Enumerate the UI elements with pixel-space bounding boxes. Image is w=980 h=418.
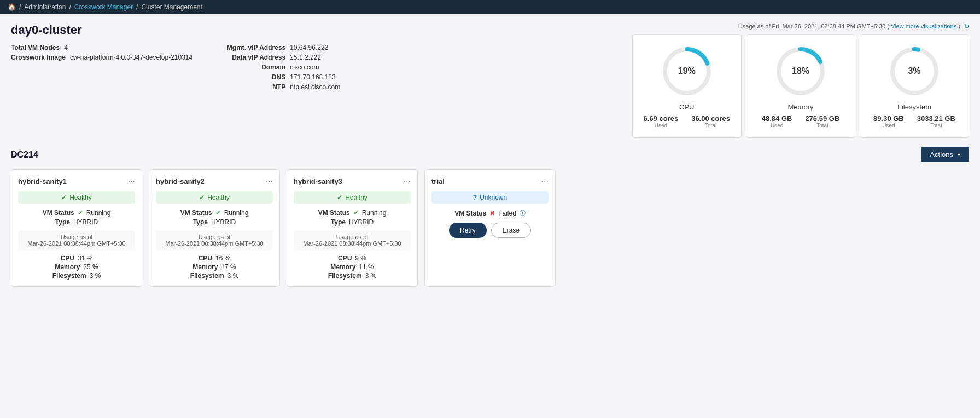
usage-date-1: Mar-26-2021 08:38:44pm GMT+5:30 (161, 240, 267, 247)
data-vip-row: Data vIP Address 25.1.2.222 (214, 54, 340, 61)
filesystem-gauge-card: 3% Filesystem 89.30 GB Used 3033.21 GB T… (860, 34, 969, 138)
node-card-header-3: trial ··· (431, 176, 549, 186)
cpu-metric-value-1: 16 % (215, 254, 230, 262)
node-card-1: hybrid-sanity2 ··· ✔ Healthy VM Status ✔… (149, 169, 280, 287)
type-label-0: Type (55, 218, 70, 226)
node-card-header-1: hybrid-sanity2 ··· (156, 176, 273, 186)
breadcrumb-cluster: Cluster Management (141, 3, 202, 11)
dns-value: 171.70.168.183 (290, 73, 335, 81)
memory-metric-label-0: Memory (55, 263, 80, 271)
filesystem-donut: 3% (887, 44, 942, 98)
memory-total-block: 276.59 GB Total (805, 114, 839, 129)
node-card-header-2: hybrid-sanity3 ··· (294, 176, 411, 186)
check-icon-2: ✔ (337, 194, 342, 201)
usage-block-0: Usage as of Mar-26-2021 08:38:44pm GMT+5… (18, 230, 135, 250)
crosswork-image-label: Crosswork Image (11, 54, 66, 61)
cpu-total-block: 36.00 cores Total (691, 114, 730, 129)
memory-metric-value-2: 11 % (359, 263, 374, 271)
header-section: day0-cluster Total VM Nodes 4 Crosswork … (11, 23, 969, 138)
breadcrumb-sep1: / (19, 3, 21, 11)
filesystem-used-value: 89.30 GB (873, 114, 904, 123)
info-circle-3[interactable]: ⓘ (520, 209, 526, 217)
dns-row: DNS 171.70.168.183 (214, 73, 340, 81)
actions-label: Actions (930, 150, 953, 159)
filesystem-metric-value-2: 3 % (365, 272, 377, 280)
memory-used-value: 48.84 GB (762, 114, 792, 123)
refresh-icon[interactable]: ↻ (964, 23, 969, 30)
node-menu-0[interactable]: ··· (128, 176, 135, 186)
retry-button-3[interactable]: Retry (449, 223, 487, 238)
mgmt-vip-label: Mgmt. vIP Address (214, 44, 285, 51)
node-name-1: hybrid-sanity2 (156, 177, 205, 185)
cpu-percent: 19% (678, 66, 696, 76)
vm-status-value-2: Running (362, 209, 387, 217)
ntp-label: NTP (214, 83, 285, 91)
cpu-metric-value-0: 31 % (78, 254, 92, 262)
node-buttons-3: Retry Erase (431, 223, 549, 238)
view-more-link[interactable]: View more visualizations (891, 23, 956, 30)
cpu-metric-2: CPU 9 % (294, 254, 411, 262)
cpu-total-label: Total (705, 123, 716, 129)
cpu-metric-0: CPU 31 % (18, 254, 135, 262)
node-info-2: VM Status ✔ Running Type HYBRID (294, 209, 411, 226)
memory-total-value: 276.59 GB (805, 114, 839, 123)
breadcrumb-crosswork[interactable]: Crosswork Manager (74, 3, 133, 11)
memory-metric-value-1: 17 % (221, 263, 236, 271)
running-icon-2: ✔ (353, 209, 359, 217)
breadcrumb-sep3: / (136, 3, 138, 11)
filesystem-used-block: 89.30 GB Used (873, 114, 904, 129)
node-card-2: hybrid-sanity3 ··· ✔ Healthy VM Status ✔… (287, 169, 418, 287)
filesystem-metric-0: Filesystem 3 % (18, 272, 135, 280)
memory-metric-2: Memory 11 % (294, 263, 411, 271)
ntp-value: ntp.esl.cisco.com (290, 83, 340, 91)
node-menu-3[interactable]: ··· (541, 176, 549, 186)
usage-date-0: Mar-26-2021 08:38:44pm GMT+5:30 (24, 240, 130, 247)
vm-status-label-3: VM Status (454, 210, 486, 217)
data-vip-value: 25.1.2.222 (290, 54, 321, 61)
actions-button[interactable]: Actions ▾ (921, 147, 969, 162)
filesystem-metric-label-1: Filesystem (190, 272, 224, 280)
filesystem-metric-value-0: 3 % (90, 272, 101, 280)
usage-label-2: Usage as of (299, 234, 405, 240)
node-menu-1[interactable]: ··· (266, 176, 273, 186)
node-status-text-1: Healthy (207, 194, 230, 201)
info-block-right: Mgmt. vIP Address 10.64.96.222 Data vIP … (214, 44, 340, 91)
filesystem-values: 89.30 GB Used 3033.21 GB Total (871, 114, 958, 129)
cpu-donut: 19% (660, 44, 714, 98)
cpu-used-label: Used (655, 123, 667, 129)
dns-label: DNS (214, 73, 285, 81)
vm-status-row-1: VM Status ✔ Running (156, 209, 273, 217)
type-value-1: HYBRID (211, 218, 236, 226)
node-status-badge-1: ✔ Healthy (156, 191, 273, 204)
home-icon[interactable]: 🏠 (8, 3, 16, 11)
dc-section: DC214 Actions ▾ hybrid-sanity1 ··· ✔ Hea… (11, 147, 969, 287)
dc-title: DC214 (11, 150, 38, 160)
memory-donut: 18% (773, 44, 828, 98)
question-icon-3: ? (473, 194, 477, 201)
ntp-row: NTP ntp.esl.cisco.com (214, 83, 340, 91)
chevron-down-icon: ▾ (958, 152, 960, 158)
node-card-3: trial ··· ? Unknown VM Status ✖ Failed ⓘ (424, 169, 556, 287)
erase-button-3[interactable]: Erase (491, 223, 531, 238)
type-label-2: Type (331, 218, 346, 226)
vm-status-value-0: Running (86, 209, 111, 217)
cpu-gauge-card: 19% CPU 6.69 cores Used 36.00 cores Tota… (632, 34, 742, 138)
filesystem-total-label: Total (930, 123, 942, 129)
vm-status-row-0: VM Status ✔ Running (18, 209, 135, 217)
memory-metric-value-0: 25 % (83, 263, 98, 271)
filesystem-metric-2: Filesystem 3 % (294, 272, 411, 280)
node-info-3: VM Status ✖ Failed ⓘ (431, 209, 549, 217)
data-vip-label: Data vIP Address (214, 54, 285, 61)
filesystem-label: Filesystem (871, 103, 958, 111)
cpu-metric-label-2: CPU (338, 254, 352, 262)
type-row-0: Type HYBRID (18, 218, 135, 226)
memory-gauge-card: 18% Memory 48.84 GB Used 276.59 GB Total (746, 34, 855, 138)
node-status-text-3: Unknown (480, 194, 507, 201)
vm-status-label-1: VM Status (180, 209, 212, 217)
running-icon-1: ✔ (215, 209, 221, 217)
gauges-section: Usage as of Fri, Mar 26, 2021, 08:38:44 … (632, 23, 969, 138)
memory-used-block: 48.84 GB Used (762, 114, 792, 129)
filesystem-metric-value-1: 3 % (228, 272, 239, 280)
node-name-0: hybrid-sanity1 (18, 177, 67, 185)
node-menu-2[interactable]: ··· (404, 176, 411, 186)
